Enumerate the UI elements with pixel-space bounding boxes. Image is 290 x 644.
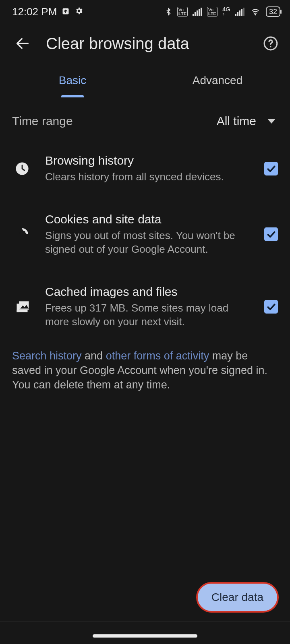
svg-point-11 xyxy=(255,14,256,15)
home-indicator xyxy=(93,634,197,638)
status-right: VoLTE VoLTE 4G↑↓ 32 xyxy=(164,6,280,17)
item-cookies[interactable]: Cookies and site data Signs you out of m… xyxy=(0,198,290,270)
cookie-icon xyxy=(12,227,32,242)
checkbox-cookies[interactable] xyxy=(264,227,278,241)
item-browsing-history[interactable]: Browsing history Clears history from all… xyxy=(0,139,290,198)
time-range-label: Time range xyxy=(12,114,73,128)
page-title: Clear browsing data xyxy=(46,35,261,53)
item-title: Browsing history xyxy=(45,154,251,167)
battery-level: 32 xyxy=(269,8,277,16)
tab-basic[interactable]: Basic xyxy=(0,64,145,97)
help-button[interactable] xyxy=(261,34,280,53)
svg-rect-2 xyxy=(195,12,196,16)
item-text: Browsing history Clears history from all… xyxy=(45,154,251,184)
tabs: Basic Advanced xyxy=(0,64,290,97)
volte-badge-icon: VoLTE xyxy=(177,7,188,17)
back-button[interactable] xyxy=(11,32,34,55)
svg-point-17 xyxy=(23,235,24,236)
tab-basic-label: Basic xyxy=(59,74,86,87)
svg-rect-8 xyxy=(239,10,240,16)
separator xyxy=(0,621,290,621)
clear-data-button[interactable]: Clear data xyxy=(197,583,278,612)
history-icon xyxy=(12,162,32,175)
footer-note: Search history and other forms of activi… xyxy=(0,343,290,392)
svg-rect-10 xyxy=(243,8,244,16)
svg-rect-6 xyxy=(235,14,236,16)
svg-rect-4 xyxy=(199,9,200,16)
svg-rect-9 xyxy=(241,9,242,16)
svg-point-14 xyxy=(270,46,271,47)
arrow-left-icon xyxy=(14,35,31,52)
check-icon xyxy=(266,163,276,174)
item-cached-images[interactable]: Cached images and files Frees up 317 MB.… xyxy=(0,270,290,343)
svg-rect-21 xyxy=(17,310,28,312)
status-time: 12:02 PM xyxy=(12,6,57,18)
bluetooth-icon xyxy=(164,6,172,17)
svg-point-18 xyxy=(20,236,21,237)
svg-rect-1 xyxy=(193,14,194,16)
volte-badge-2-icon: VoLTE xyxy=(207,7,218,17)
item-title: Cached images and files xyxy=(45,285,251,299)
note-mid1: and xyxy=(82,350,106,362)
item-subtitle: Clears history from all synced devices. xyxy=(45,170,251,184)
images-icon xyxy=(12,299,32,314)
gear-icon xyxy=(75,6,83,18)
link-other-activity[interactable]: other forms of activity xyxy=(106,350,209,362)
battery-icon: 32 xyxy=(266,6,280,17)
status-left: 12:02 PM xyxy=(12,6,83,18)
tab-advanced[interactable]: Advanced xyxy=(145,64,290,97)
network-4g-icon: 4G↑↓ xyxy=(222,7,230,17)
checkbox-browsing-history[interactable] xyxy=(264,162,278,175)
chevron-down-icon xyxy=(267,119,276,124)
upload-icon xyxy=(62,6,70,18)
item-subtitle: Frees up 317 MB. Some sites may load mor… xyxy=(45,301,251,328)
status-bar: 12:02 PM VoLTE VoLTE 4G xyxy=(0,0,290,23)
item-text: Cookies and site data Signs you out of m… xyxy=(45,213,251,256)
app-bar: Clear browsing data xyxy=(0,23,290,64)
item-subtitle: Signs you out of most sites. You won't b… xyxy=(45,229,251,256)
svg-rect-3 xyxy=(197,10,198,16)
item-text: Cached images and files Frees up 317 MB.… xyxy=(45,285,251,328)
svg-point-19 xyxy=(23,231,24,233)
svg-rect-5 xyxy=(201,8,202,16)
signal-icon xyxy=(193,8,202,16)
help-icon xyxy=(263,36,278,51)
clear-data-label: Clear data xyxy=(211,591,263,603)
check-icon xyxy=(266,301,276,312)
check-icon xyxy=(266,229,276,239)
svg-point-16 xyxy=(19,232,21,234)
item-title: Cookies and site data xyxy=(45,213,251,226)
checkbox-cached-images[interactable] xyxy=(264,300,278,314)
signal-2-icon xyxy=(235,8,245,16)
link-search-history[interactable]: Search history xyxy=(12,350,82,362)
time-range-row[interactable]: Time range All time xyxy=(0,97,290,139)
svg-rect-7 xyxy=(237,12,238,16)
tab-advanced-label: Advanced xyxy=(193,74,243,87)
time-range-value: All time xyxy=(217,114,256,128)
wifi-icon xyxy=(250,7,261,16)
